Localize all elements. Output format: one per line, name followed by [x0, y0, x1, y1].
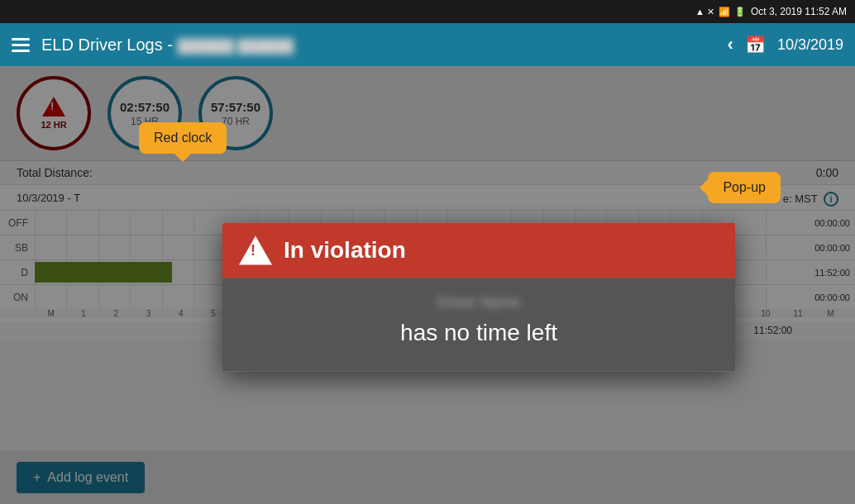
status-bar: ▲ ✕ 📶 🔋 Oct 3, 2019 11:52 AM [0, 0, 855, 23]
driver-name-blurred: ██████ ██████ [178, 39, 294, 53]
status-icons: ▲ ✕ 📶 🔋 [695, 7, 746, 17]
battery-icon: 🔋 [734, 7, 746, 17]
violation-driver-name: Driver Name [242, 294, 715, 311]
nav-bar: ELD Driver Logs - ██████ ██████ ‹ 📅 10/3… [0, 23, 855, 66]
signal-icon: ▲ ✕ [695, 7, 714, 17]
calendar-icon[interactable]: 📅 [745, 35, 766, 55]
violation-popup: In violation Driver Name has no time lef… [222, 222, 735, 371]
callout-popup-text: Pop-up [723, 180, 766, 194]
hamburger-menu[interactable] [12, 38, 30, 52]
callout-popup: Pop-up [708, 172, 781, 203]
nav-left: ELD Driver Logs - ██████ ██████ [12, 36, 294, 55]
callout-red-clock-text: Red clock [154, 131, 212, 145]
violation-header: In violation [222, 222, 735, 278]
violation-header-text: In violation [284, 237, 406, 264]
nav-date: 10/3/2019 [777, 36, 843, 54]
nav-title: ELD Driver Logs - ██████ ██████ [41, 36, 294, 55]
main-content: ! 12 HR 02:57:50 15 HR 57:57:50 70 HR To… [0, 66, 855, 504]
status-datetime: Oct 3, 2019 11:52 AM [751, 6, 847, 17]
back-chevron[interactable]: ‹ [728, 34, 733, 55]
wifi-icon: 📶 [719, 7, 730, 17]
violation-warning-icon [239, 235, 272, 264]
nav-title-text: ELD Driver Logs - [41, 36, 173, 54]
callout-red-clock: Red clock [139, 122, 227, 154]
violation-message: has no time left [242, 320, 715, 346]
nav-right: ‹ 📅 10/3/2019 [728, 34, 843, 55]
violation-body: Driver Name has no time left [222, 278, 735, 371]
